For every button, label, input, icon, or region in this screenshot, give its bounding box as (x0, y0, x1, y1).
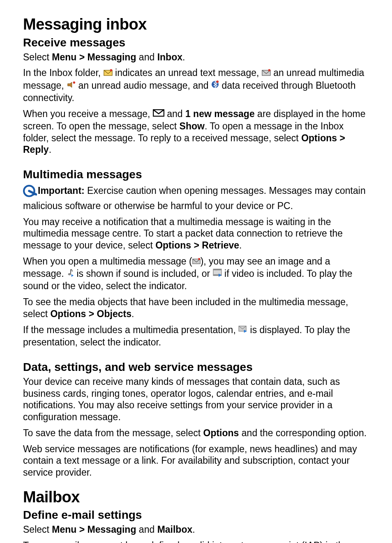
para-data-1: Your device can receive many kinds of me… (23, 376, 369, 423)
text: and the corresponding option. (239, 428, 367, 438)
para-select-mailbox: Select Menu > Messaging and Mailbox. (23, 524, 369, 536)
retrieve-label: Retrieve (202, 240, 239, 251)
heading-email-settings: Define e-mail settings (23, 508, 369, 522)
options-label: Options (203, 428, 239, 438)
para-presentation: If the message includes a multimedia pre… (23, 324, 369, 348)
bluetooth-data-icon (211, 79, 219, 91)
menu-label: Menu (52, 524, 76, 535)
mailbox-label: Mailbox (157, 524, 193, 535)
para-data-3: Web service messages are notifications (… (23, 443, 369, 479)
para-mm-notify: You may receive a notification that a mu… (23, 216, 369, 251)
menu-label: Menu (52, 52, 76, 62)
options-label: Options (50, 308, 86, 319)
text: When you open a multimedia message ( (23, 256, 192, 267)
heading-receive-messages: Receive messages (23, 35, 369, 50)
new-message-label: 1 new message (185, 108, 255, 119)
heading-multimedia: Multimedia messages (23, 167, 369, 182)
text: indicates an unread text message, (113, 67, 262, 78)
important-label: Important: (38, 186, 85, 196)
text: . (182, 52, 185, 62)
para-objects: To see the media objects that have been … (23, 296, 369, 320)
text: In the Inbox folder, (23, 67, 104, 78)
mms-open-icon (192, 255, 201, 267)
show-label: Show (180, 121, 205, 131)
envelope-outline-icon (153, 108, 164, 120)
text: . (131, 308, 134, 319)
important-icon (23, 185, 37, 202)
options-label: Options (301, 133, 337, 143)
reply-label: Reply (23, 144, 49, 155)
messaging-label: Messaging (88, 52, 136, 62)
para-inbox-icons: In the Inbox folder, indicates an unread… (23, 67, 369, 104)
text: . (49, 144, 51, 155)
text: Select (23, 52, 52, 62)
para-important: Important: Exercise caution when opening… (23, 183, 369, 212)
text: . (192, 524, 195, 535)
text: and (164, 108, 185, 119)
video-indicator-icon (213, 268, 222, 280)
para-select-inbox: Select Menu > Messaging and Inbox. (23, 51, 369, 63)
messaging-label: Messaging (88, 524, 136, 535)
text: Select (23, 524, 52, 535)
text: > (191, 240, 202, 251)
presentation-icon (238, 324, 247, 336)
text: and (136, 52, 157, 62)
sound-indicator-icon (67, 268, 74, 280)
para-receive-message: When you receive a message, and 1 new me… (23, 108, 369, 156)
para-email-iap: To use e-mail, you must have defined a v… (23, 540, 369, 543)
text: > (337, 133, 345, 143)
heading-mailbox: Mailbox (23, 488, 369, 507)
unread-mms-icon (262, 67, 271, 79)
inbox-label: Inbox (157, 52, 182, 62)
para-data-2: To save the data from the message, selec… (23, 427, 369, 439)
unread-text-icon (104, 67, 113, 79)
text: If the message includes a multimedia pre… (23, 324, 238, 335)
text: and (136, 524, 157, 535)
heading-messaging-inbox: Messaging inbox (23, 15, 369, 35)
text: > (76, 524, 87, 535)
heading-data-settings: Data, settings, and web service messages (23, 360, 369, 374)
unread-audio-icon (67, 79, 76, 91)
options-label: Options (155, 240, 191, 251)
text: > (76, 52, 87, 62)
text: > (86, 308, 97, 319)
para-mm-open: When you open a multimedia message (), y… (23, 255, 369, 292)
objects-label: Objects (97, 308, 131, 319)
text: . (239, 240, 242, 251)
text: an unread audio message, and (76, 80, 211, 91)
text: To save the data from the message, selec… (23, 428, 203, 438)
text: When you receive a message, (23, 108, 153, 119)
text: is shown if sound is included, or (74, 268, 213, 279)
